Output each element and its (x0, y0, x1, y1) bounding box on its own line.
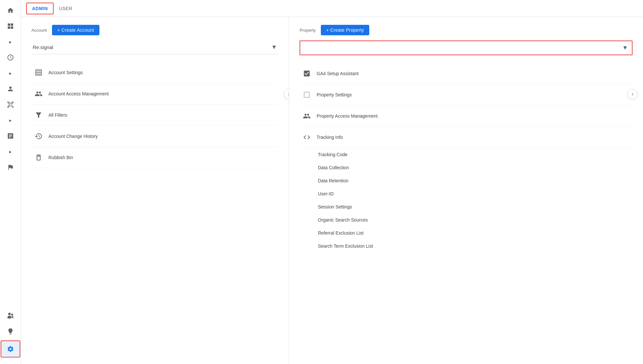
property-dropdown[interactable]: ▼ (300, 41, 633, 55)
dashboard-icon[interactable] (4, 20, 17, 33)
clock-icon[interactable] (4, 51, 17, 64)
all-filters-item[interactable]: All Filters (31, 105, 278, 126)
ga4-setup-icon (302, 69, 311, 78)
property-access-icon (302, 111, 311, 121)
property-panel: Property + Create Property ▼ GA4 Setup A… (289, 17, 643, 364)
all-filters-icon (34, 110, 43, 120)
organic-search-sources-item[interactable]: Organic Search Sources (300, 213, 633, 226)
account-history-item[interactable]: Account Change History (31, 126, 278, 147)
referral-exclusion-list-item[interactable]: Referral Exclusion List (300, 226, 633, 240)
tracking-info-item[interactable]: Tracking Info (300, 127, 633, 148)
property-access-item[interactable]: Property Access Management (300, 106, 633, 127)
content-icon[interactable] (4, 129, 17, 142)
user-tab[interactable]: USER (54, 3, 78, 14)
tracking-info-icon (302, 133, 311, 142)
create-property-button[interactable]: + Create Property (321, 25, 369, 35)
account-access-icon (34, 89, 43, 98)
user-id-item[interactable]: User-ID (300, 187, 633, 200)
lightbulb-icon[interactable] (4, 325, 17, 338)
account-history-icon (34, 132, 43, 141)
panel-next-arrow[interactable]: › (284, 89, 289, 99)
account-access-label: Account Access Management (48, 91, 109, 96)
property-dropdown-container: ▼ (300, 41, 633, 55)
data-retention-item[interactable]: Data Retention (300, 174, 633, 187)
explore-icon[interactable] (4, 98, 17, 111)
property-panel-header: Property + Create Property (300, 25, 633, 35)
settings-icon-active[interactable] (1, 340, 20, 357)
account-access-item[interactable]: Account Access Management (31, 83, 278, 105)
flag-icon[interactable] (4, 161, 17, 174)
account-label: Account (31, 28, 47, 33)
search-term-exclusion-item[interactable]: Search Term Exclusion List (300, 240, 633, 253)
expand-content-icon[interactable]: ▶ (4, 114, 17, 127)
account-settings-label: Account Settings (48, 70, 83, 75)
account-settings-icon (34, 68, 43, 77)
tracking-code-item[interactable]: Tracking Code (300, 148, 633, 161)
property-access-label: Property Access Management (317, 113, 378, 119)
sidebar: ▶ ▶ ▶ ▶ (0, 0, 21, 364)
ga4-setup-label: GA4 Setup Assistant (317, 71, 358, 76)
top-nav: ADMIN USER (21, 0, 643, 17)
account-dropdown-value: Re:signal (33, 44, 53, 50)
data-collection-item[interactable]: Data Collection (300, 161, 633, 174)
property-label: Property (300, 28, 316, 33)
account-dropdown[interactable]: Re:signal ▼ (31, 41, 278, 54)
account-panel: Account + Create Account Re:signal ▼ Acc… (21, 17, 289, 364)
account-menu-list: Account Settings Account Access Manageme… (31, 62, 278, 168)
ga4-setup-item[interactable]: GA4 Setup Assistant (300, 63, 633, 84)
account-history-label: Account Change History (48, 134, 98, 139)
rubbish-bin-icon (34, 153, 43, 162)
customize-icon[interactable] (4, 309, 17, 322)
admin-tab[interactable]: ADMIN (26, 3, 54, 14)
property-menu-list: GA4 Setup Assistant Property Settings Pr… (300, 63, 633, 253)
expand-flag-icon[interactable]: ▶ (4, 145, 17, 158)
account-dropdown-container: Re:signal ▼ (31, 41, 278, 54)
property-settings-icon (302, 90, 311, 99)
expand-user-icon[interactable]: ▶ (4, 67, 17, 80)
property-dropdown-arrow: ▼ (622, 44, 628, 51)
account-dropdown-arrow: ▼ (271, 44, 277, 51)
all-filters-label: All Filters (48, 112, 67, 118)
person-icon[interactable] (4, 82, 17, 95)
property-settings-label: Property Settings (317, 92, 352, 97)
account-panel-header: Account + Create Account (31, 25, 278, 35)
main-content: ADMIN USER Account + Create Account Re:s… (21, 0, 643, 364)
rubbish-bin-item[interactable]: Rubbish Bin (31, 147, 278, 168)
content-area: Account + Create Account Re:signal ▼ Acc… (21, 17, 643, 364)
property-settings-item[interactable]: Property Settings (300, 84, 633, 106)
create-account-button[interactable]: + Create Account (52, 25, 99, 35)
property-panel-next-arrow[interactable]: › (627, 89, 638, 99)
rubbish-bin-label: Rubbish Bin (48, 155, 73, 160)
expand-reports-icon[interactable]: ▶ (4, 35, 17, 48)
session-settings-item[interactable]: Session Settings (300, 200, 633, 213)
tracking-info-label: Tracking Info (317, 135, 343, 140)
home-icon[interactable] (4, 4, 17, 17)
account-settings-item[interactable]: Account Settings (31, 62, 278, 83)
